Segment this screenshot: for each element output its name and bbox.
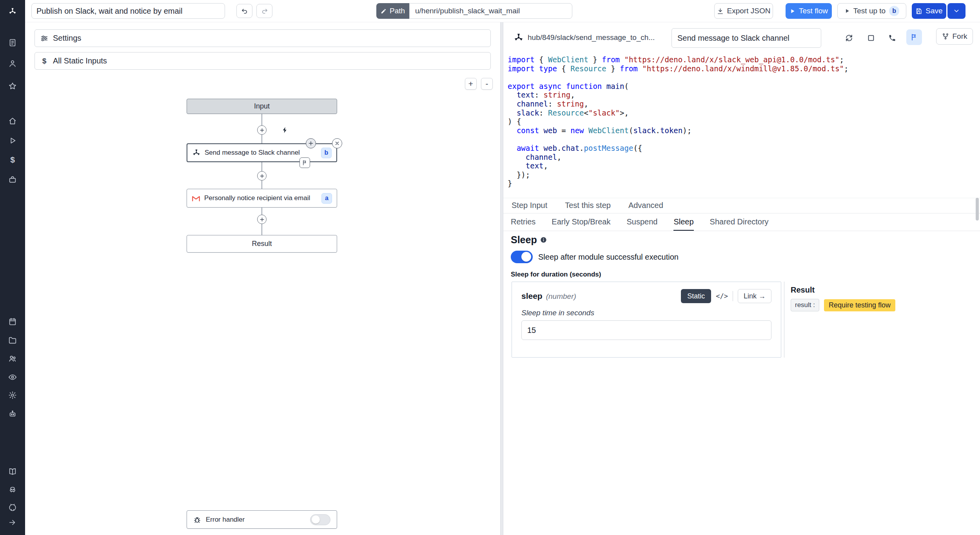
github-icon[interactable] (7, 502, 18, 513)
undo-button[interactable] (236, 4, 252, 18)
tab-step-input[interactable]: Step Input (512, 198, 547, 213)
square-icon[interactable] (866, 33, 877, 43)
static-inputs-bar[interactable]: $ All Static Inputs (34, 52, 491, 70)
phone-icon[interactable] (887, 33, 898, 43)
discord-icon[interactable] (7, 484, 18, 495)
insert-step-button[interactable] (257, 125, 267, 135)
fork-icon (942, 33, 949, 40)
schedules-icon[interactable] (7, 316, 18, 327)
export-json-label: Export JSON (727, 7, 771, 15)
flow-title-input[interactable] (31, 3, 225, 19)
toggle-knob (312, 515, 320, 524)
insert-step-button[interactable] (257, 171, 267, 181)
sleep-toggle[interactable] (511, 251, 533, 263)
lightning-icon[interactable] (280, 125, 290, 135)
sleep-title: Sleep (511, 234, 537, 246)
zoom-in-button[interactable]: + (465, 78, 477, 90)
flow-connector (261, 114, 262, 126)
arg-input-label: Sleep time in seconds (521, 309, 771, 317)
tab-suspend[interactable]: Suspend (626, 213, 657, 231)
arg-type: (number) (546, 292, 576, 301)
bug-icon (193, 516, 201, 524)
export-json-button[interactable]: Export JSON (714, 3, 773, 19)
error-handler-label: Error handler (206, 516, 305, 524)
insert-step-button[interactable] (257, 215, 267, 224)
groups-icon[interactable] (7, 353, 18, 364)
save-button[interactable]: Save (912, 3, 946, 19)
eye-icon[interactable] (7, 372, 18, 383)
docs-icon[interactable] (7, 37, 18, 48)
flow-node-input[interactable]: Input (187, 99, 337, 114)
add-branch-button[interactable] (306, 138, 316, 148)
error-handler-toggle[interactable] (310, 514, 330, 525)
save-menu-button[interactable] (947, 3, 965, 19)
code-editor[interactable]: import { WebClient } from "https://deno.… (503, 55, 975, 188)
error-handler-node[interactable]: Error handler (187, 510, 337, 529)
code-line: export async function main( (508, 82, 975, 91)
worker-icon[interactable] (7, 408, 18, 419)
sleep-toggle-label: Sleep after module successful execution (538, 253, 679, 262)
user-icon[interactable] (7, 58, 18, 69)
redo-button[interactable] (256, 4, 272, 18)
test-flow-button[interactable]: Test flow (786, 3, 832, 19)
path-input[interactable] (409, 3, 572, 19)
path-button[interactable]: Path (376, 3, 409, 19)
slack-node-label: Send message to Slack channel (205, 149, 317, 157)
variables-icon[interactable]: $ (7, 154, 18, 165)
delete-step-button[interactable] (332, 138, 342, 148)
result-title: Result (791, 286, 815, 295)
star-icon[interactable] (7, 81, 18, 92)
resources-icon[interactable] (7, 174, 18, 185)
code-line: await web.chat.postMessage({ (508, 144, 975, 153)
refresh-icon[interactable] (844, 33, 855, 43)
tab-advanced[interactable]: Advanced (628, 198, 663, 213)
result-divider (784, 282, 784, 358)
gear-icon[interactable] (7, 390, 18, 401)
windmill-gear-icon (192, 148, 201, 157)
pencil-icon (381, 8, 387, 14)
hub-script-path: hub/849/slack/send_message_to_ch... (528, 33, 667, 42)
folders-icon[interactable] (7, 335, 18, 346)
runs-icon[interactable] (7, 135, 18, 146)
link-mode-button[interactable]: Link → (738, 289, 771, 303)
fork-button[interactable]: Fork (936, 28, 973, 45)
code-icon[interactable]: </> (716, 292, 728, 300)
sliders-icon (40, 34, 48, 42)
flow-connector (261, 162, 262, 171)
tab-early-stop-break[interactable]: Early Stop/Break (552, 213, 610, 231)
flow-connector (261, 208, 262, 215)
arg-name-group: sleep (number) (521, 291, 576, 301)
windmill-logo[interactable] (7, 6, 18, 17)
book-icon[interactable] (7, 466, 18, 477)
test-up-to-label: Test up to (853, 7, 886, 15)
step-name-input[interactable] (671, 28, 821, 48)
tab-test-this-step[interactable]: Test this step (565, 198, 611, 213)
scrollbar-thumb[interactable] (976, 198, 979, 221)
static-mode-button[interactable]: Static (681, 289, 711, 303)
code-line: channel, (508, 153, 975, 162)
flow-node-email[interactable]: Personally notice recipient via email a (187, 189, 337, 208)
settings-bar[interactable]: Settings (34, 29, 491, 47)
dollar-icon: $ (10, 155, 15, 164)
panel-resize-handle[interactable] (500, 22, 503, 535)
email-node-label: Personally notice recipient via email (204, 194, 318, 202)
tab-retries[interactable]: Retries (511, 213, 535, 231)
control-divider (733, 291, 733, 301)
sleep-seconds-input[interactable] (521, 320, 771, 340)
diff-toggle-active[interactable] (906, 29, 922, 45)
code-line (508, 135, 975, 144)
tab-shared-directory[interactable]: Shared Directory (710, 213, 769, 231)
code-line: const web = new WebClient(slack.token); (508, 126, 975, 135)
zoom-out-button[interactable]: - (481, 78, 493, 90)
info-icon[interactable] (540, 237, 547, 243)
sleep-arg-card: sleep (number) Static </> Link → Sleep t… (512, 282, 781, 358)
expand-icon[interactable] (7, 517, 18, 528)
flow-node-result[interactable]: Result (187, 235, 337, 253)
diff-icon[interactable] (299, 157, 310, 168)
code-line: import { WebClient } from "https://deno.… (508, 55, 975, 64)
test-up-to-button[interactable]: Test up to b (837, 3, 906, 19)
tab-sleep[interactable]: Sleep (673, 213, 693, 231)
fork-label: Fork (953, 32, 967, 41)
home-icon[interactable] (7, 116, 18, 127)
windmill-gear-icon (514, 33, 524, 43)
